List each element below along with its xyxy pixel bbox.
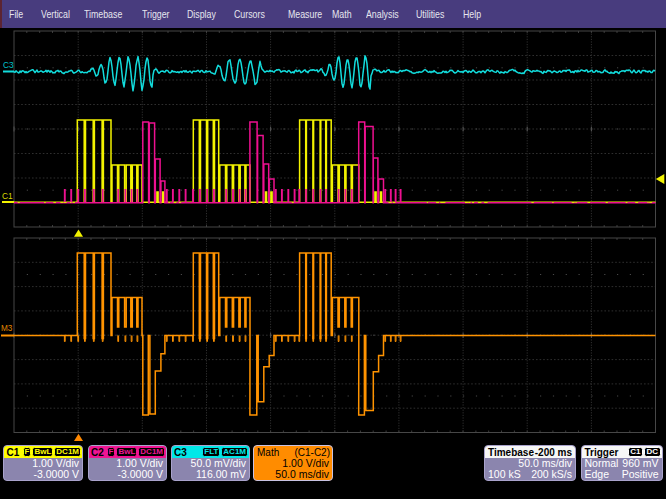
svg-text:M3: M3 bbox=[1, 324, 13, 333]
svg-text:C1: C1 bbox=[2, 191, 13, 201]
svg-text:C3: C3 bbox=[3, 60, 14, 70]
